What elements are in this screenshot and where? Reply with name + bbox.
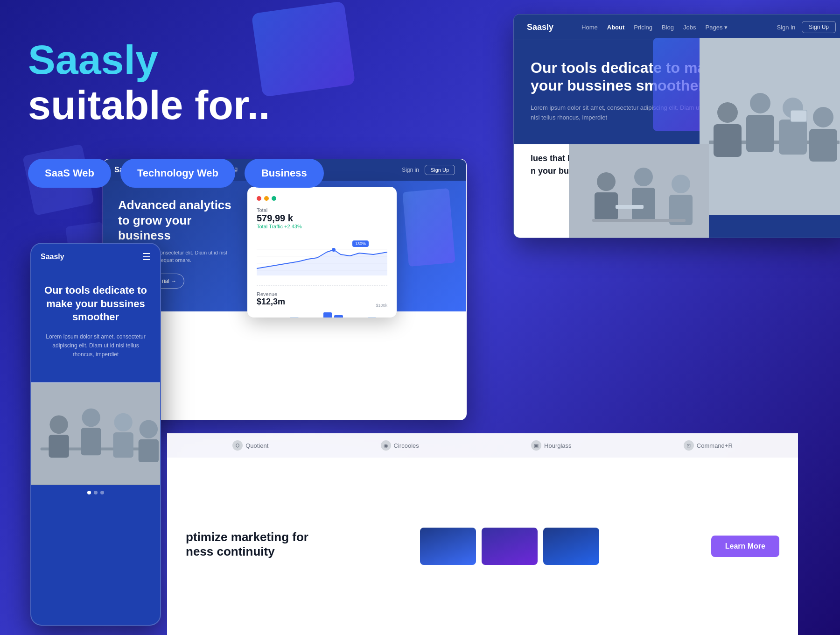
widget-revenue-label: Revenue: [257, 291, 387, 297]
widget-chart-area: 130%: [257, 236, 387, 278]
mob-dot-1: [87, 491, 91, 494]
partners-bar: Q Quotient ◉ Circooles ▣ Hourglass ⊡ Com…: [167, 433, 798, 458]
marketing-title-line2: ness continuity: [186, 544, 308, 559]
mockup1-nav-right: Sign in Sign Up: [777, 21, 836, 33]
mockup1-photo: [700, 38, 840, 215]
partner-icon-3: ▣: [531, 440, 541, 451]
svg-rect-15: [632, 188, 655, 220]
svg-rect-10: [791, 110, 807, 122]
analytics-widget: Total 579,99 k Total Traffic +2,43% 130%…: [247, 187, 397, 318]
nav1-about[interactable]: About: [607, 24, 625, 31]
dot-green: [272, 196, 276, 201]
svg-rect-31: [81, 428, 101, 456]
mobile-logo: Saasly: [41, 253, 64, 261]
desktop-mockup-1: Saasly Home About Pricing Blog Jobs Page…: [513, 14, 840, 238]
partner-item-4: ⊡ Command+R: [684, 440, 733, 451]
tag-technology-web[interactable]: Technology Web: [120, 159, 235, 188]
learn-more-button[interactable]: Learn More: [711, 536, 779, 557]
svg-rect-19: [592, 219, 686, 222]
svg-point-8: [813, 107, 833, 127]
mobile-people-svg: [31, 382, 160, 485]
marketing-title-line1: ptimize marketing for: [186, 530, 308, 544]
mockup1-nav: Saasly Home About Pricing Blog Jobs Page…: [514, 14, 840, 40]
svg-rect-16: [616, 205, 644, 209]
svg-point-34: [140, 420, 158, 438]
marketing-text: ptimize marketing for ness continuity: [186, 530, 308, 563]
headline-sub: suitable for..: [28, 82, 270, 128]
partner-name-3: Hourglass: [544, 442, 572, 449]
mockup1-logo: Saasly: [527, 22, 553, 32]
widget-total-value: 579,99 k: [257, 213, 387, 224]
partner-name-2: Circooles: [394, 442, 419, 449]
bar-11: [368, 317, 377, 318]
partner-name-1: Quotient: [245, 442, 268, 449]
mockup2-accent: [402, 188, 455, 267]
widget-revenue-value: $12,3m: [257, 297, 387, 307]
tag-buttons: SaaS Web Technology Web Business: [28, 159, 324, 188]
widget-dots: [257, 196, 387, 201]
widget-divider: [257, 285, 387, 286]
svg-point-32: [114, 413, 132, 431]
thumbnail-3: [543, 528, 599, 565]
widget-total-label: Total: [257, 207, 387, 213]
mobile-hero: Our tools dedicate to make your bussines…: [31, 270, 160, 382]
tag-saas-web[interactable]: SaaS Web: [28, 159, 111, 188]
mobile-nav: Saasly ☰: [31, 244, 160, 270]
bar-chart-container: $100k: [257, 311, 387, 318]
dot-red: [257, 196, 261, 201]
bar-chart: [257, 311, 387, 318]
bar-7: [323, 312, 332, 318]
svg-point-30: [82, 409, 100, 427]
svg-point-25: [332, 248, 336, 252]
svg-point-12: [597, 172, 616, 191]
chart-badge: 130%: [352, 240, 369, 247]
dot-yellow: [264, 196, 269, 201]
mockup1-signin[interactable]: Sign in: [777, 24, 796, 31]
nav1-pages[interactable]: Pages ▾: [706, 24, 728, 31]
thumbnail-1: [420, 528, 476, 565]
people-photo-1: [700, 38, 840, 215]
svg-rect-7: [779, 120, 807, 155]
revenue-limit-label: $100k: [376, 303, 387, 308]
mobile-hero-image: [31, 382, 160, 485]
mob-dot-2: [94, 491, 98, 494]
tag-business[interactable]: Business: [245, 159, 324, 188]
nav1-blog[interactable]: Blog: [662, 24, 674, 31]
hamburger-icon[interactable]: ☰: [142, 251, 151, 262]
mobile-mockup: Saasly ☰ Our tools dedicate to make your…: [30, 243, 161, 626]
people-svg-1: [700, 38, 840, 215]
partner-item-2: ◉ Circooles: [381, 440, 419, 451]
mockup2-signin[interactable]: Sign in: [402, 167, 419, 173]
mockup2-nav-right: Sign in Sign Up: [402, 165, 455, 175]
svg-rect-3: [714, 124, 742, 157]
svg-rect-33: [113, 432, 133, 458]
marketing-thumbnails: [327, 528, 693, 565]
partner-icon-1: Q: [232, 440, 243, 451]
partner-name-4: Command+R: [697, 442, 733, 449]
svg-point-4: [750, 93, 770, 113]
svg-rect-13: [595, 192, 618, 220]
svg-rect-5: [746, 115, 774, 152]
widget-traffic-label: Total Traffic +2,43%: [257, 224, 387, 229]
mobile-hero-title: Our tools dedicate to make your bussines…: [42, 284, 150, 324]
mockup1-nav-links: Home About Pricing Blog Jobs Pages ▾: [581, 24, 728, 31]
svg-rect-35: [139, 439, 159, 462]
partner-icon-4: ⊡: [684, 440, 694, 451]
nav1-jobs[interactable]: Jobs: [683, 24, 696, 31]
mockup1-photo-2: [569, 144, 709, 238]
mockup2-signup[interactable]: Sign Up: [425, 165, 455, 175]
nav1-home[interactable]: Home: [581, 24, 598, 31]
nav1-pricing[interactable]: Pricing: [634, 24, 652, 31]
marketing-section: ptimize marketing for ness continuity Le…: [167, 458, 798, 635]
svg-rect-9: [809, 129, 837, 162]
headline-brand: Saasly: [28, 36, 158, 83]
mobile-dots: [31, 485, 160, 500]
svg-point-2: [717, 102, 738, 123]
partner-item-1: Q Quotient: [232, 440, 268, 451]
bar-8: [334, 315, 343, 318]
mobile-hero-body: Lorem ipsum dolor sit amet, consectetur …: [42, 332, 150, 360]
mockup1-signup[interactable]: Sign Up: [802, 21, 836, 33]
marketing-title: ptimize marketing for ness continuity: [186, 530, 308, 559]
mockup1-values: lues that bring great n your business: [514, 144, 709, 238]
partner-icon-2: ◉: [381, 440, 391, 451]
